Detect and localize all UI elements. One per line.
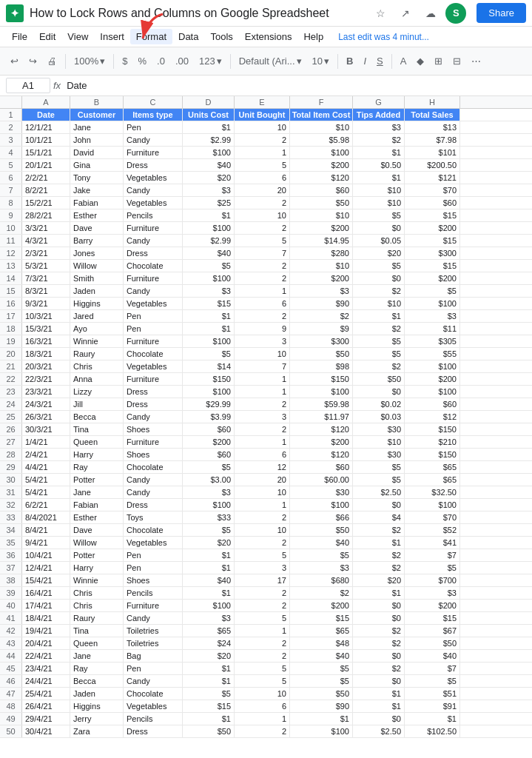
cell[interactable]: $1 [353,537,405,549]
cell[interactable]: 24/4/21 [22,675,70,687]
cell[interactable]: Willow [70,537,124,549]
cell[interactable]: $100 [183,272,235,284]
cell[interactable]: $9 [290,323,353,335]
cell[interactable]: 12/1/21 [22,121,70,133]
cell[interactable]: $200 [290,436,353,448]
cell[interactable]: $7 [405,549,460,561]
text-color-button[interactable]: A [396,53,411,70]
cell[interactable]: $59.98 [290,398,353,410]
cell[interactable]: $0.02 [353,398,405,410]
cell[interactable]: Barry [70,235,124,246]
cell[interactable]: Queen [70,436,124,448]
cell[interactable]: 5 [235,159,290,171]
cell[interactable]: Dress [124,398,183,410]
cell[interactable]: 9/4/21 [22,537,70,549]
cell[interactable]: 6/2/21 [22,499,70,511]
header-tips-added[interactable]: Tips Added [353,109,405,121]
cell[interactable]: $14 [183,360,235,372]
cell[interactable]: Furniture [124,373,183,385]
cell[interactable]: Pen [124,310,183,322]
cell[interactable]: $65 [405,474,460,486]
cell[interactable]: $0.50 [353,159,405,171]
cell[interactable]: $10 [353,197,405,209]
cell[interactable]: 5/4/21 [22,486,70,498]
cell[interactable]: Potter [70,474,124,486]
cell[interactable]: Jones [70,247,124,259]
cell[interactable]: $1 [353,700,405,712]
cell[interactable]: 3 [235,562,290,574]
cell[interactable]: $24 [183,637,235,649]
cell[interactable]: Tina [70,625,124,637]
cell[interactable]: Becca [70,675,124,687]
cell[interactable]: $33 [183,512,235,523]
cell[interactable]: Chocolate [124,348,183,360]
cell[interactable]: $30 [353,423,405,435]
cell[interactable]: 8/4/2021 [22,512,70,523]
cell[interactable]: 12/4/21 [22,562,70,574]
cell[interactable]: $0 [353,650,405,662]
cell[interactable]: 24/3/21 [22,398,70,410]
cell[interactable]: Raury [70,348,124,360]
cell[interactable]: $150 [183,373,235,385]
cell[interactable]: Shoes [124,449,183,460]
cell[interactable]: $5 [183,524,235,536]
cell[interactable]: 19/4/21 [22,625,70,637]
cell[interactable]: 18/4/21 [22,612,70,624]
cell[interactable]: 4/3/21 [22,235,70,246]
cell[interactable]: $5 [405,285,460,297]
cell[interactable]: $50 [290,688,353,700]
cell[interactable]: 5 [235,549,290,561]
header-unit-bought[interactable]: Unit Bought [235,109,290,121]
cell[interactable]: $40 [290,650,353,662]
cell[interactable]: $2 [290,587,353,599]
cell[interactable]: John [70,134,124,146]
cell[interactable]: Jaden [70,285,124,297]
cell[interactable]: $20 [183,172,235,184]
cell[interactable]: $10 [353,298,405,309]
header-items-type[interactable]: Items type [124,109,183,121]
cell[interactable]: 1 [235,147,290,158]
cell[interactable]: 12 [235,461,290,473]
print-button[interactable]: 🖨 [43,53,61,70]
cell[interactable]: Becca [70,411,124,423]
cell[interactable]: $5 [183,688,235,700]
cell[interactable]: $15 [405,235,460,246]
cell[interactable]: $100 [290,147,353,158]
cell[interactable]: $3 [183,612,235,624]
cell[interactable]: $90 [290,298,353,309]
cell[interactable]: 1 [235,499,290,511]
cell[interactable]: $120 [290,423,353,435]
cell[interactable]: $1 [353,587,405,599]
font-select[interactable]: Default (Ari... ▾ [235,53,306,70]
cell[interactable]: 5 [235,235,290,246]
cell[interactable]: Dress [124,386,183,398]
col-header-c[interactable]: C [124,96,183,108]
cell[interactable]: $100 [405,298,460,309]
cell[interactable]: 2 [235,398,290,410]
cell[interactable]: 7 [235,360,290,372]
cell[interactable]: 2 [235,637,290,649]
cell[interactable]: Candy [124,235,183,246]
menu-insert[interactable]: Insert [94,29,130,44]
cell[interactable]: $15 [405,260,460,272]
bold-button[interactable]: B [342,53,357,70]
cell[interactable]: $7 [405,663,460,674]
cell[interactable]: $1 [290,713,353,725]
cell[interactable]: $1 [353,172,405,184]
cell[interactable]: $700 [405,574,460,586]
cell[interactable]: $150 [405,449,460,460]
cell[interactable]: $280 [290,247,353,259]
cell[interactable]: 10 [235,209,290,221]
cell[interactable]: $11 [405,323,460,335]
cell[interactable]: Dress [124,159,183,171]
cell[interactable]: Candy [124,675,183,687]
cell[interactable]: $100 [290,386,353,398]
cell[interactable]: Lizzy [70,386,124,398]
cell[interactable]: $50 [183,725,235,737]
cell[interactable]: $3.99 [183,411,235,423]
cell[interactable]: Fabian [70,499,124,511]
cell[interactable]: $60 [290,184,353,196]
cell[interactable]: $680 [290,574,353,586]
cell[interactable]: $1 [183,310,235,322]
cell[interactable]: $10 [290,260,353,272]
